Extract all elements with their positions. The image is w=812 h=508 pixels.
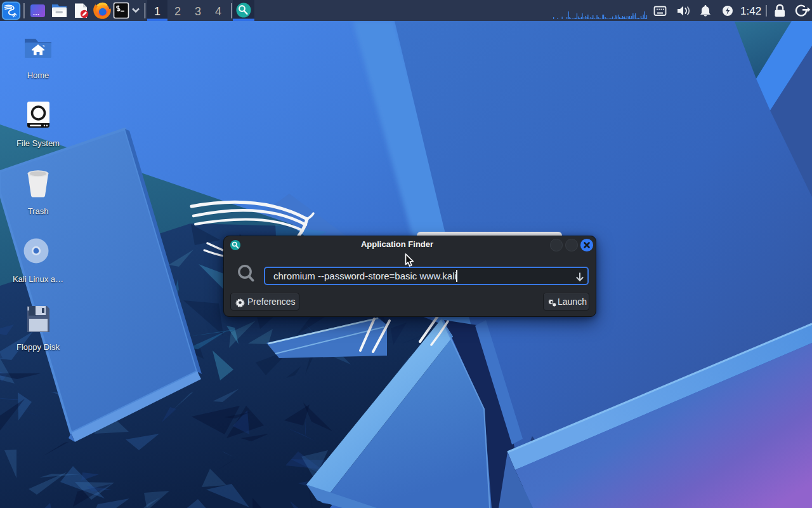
svg-text:4: 4: [215, 5, 221, 18]
svg-text:1: 1: [154, 5, 160, 18]
svg-text:1:42: 1:42: [740, 5, 761, 17]
svg-text:2: 2: [174, 5, 181, 18]
svg-text:3: 3: [195, 5, 201, 18]
